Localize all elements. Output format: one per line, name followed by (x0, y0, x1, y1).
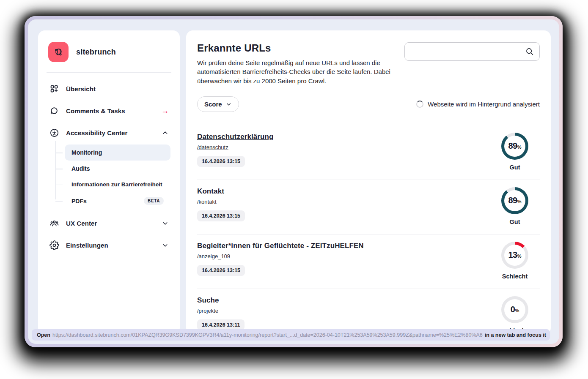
url-path-link[interactable]: /kontakt (197, 199, 245, 205)
submenu-item-label: PDFs (71, 198, 87, 204)
accessibility-submenu: Monitoring Audits Informationen zur Barr… (47, 145, 170, 210)
submenu-item-informationen[interactable]: Informationen zur Barrierefreiheit (65, 177, 170, 192)
gear-icon (49, 240, 59, 250)
sidebar-item-uebersicht[interactable]: Übersicht (47, 78, 170, 100)
sidebar: sitebrunch Übersicht (38, 30, 180, 335)
dashboard-grid-plus-icon (49, 84, 59, 94)
score-value: 0 (511, 305, 515, 314)
search-box (404, 42, 540, 61)
url-path-link[interactable]: /projekte (197, 308, 245, 314)
brand-name: sitebrunch (76, 48, 116, 57)
sidebar-item-ux-center[interactable]: UX Center (47, 212, 170, 234)
url-path-link[interactable]: /anzeige_109 (197, 253, 364, 259)
url-row: Datenschutzerklärung /datenschutz 16.4.2… (197, 125, 540, 180)
submenu-item-label: Audits (71, 165, 90, 172)
url-row: Begleiter*innen für Geflüchtete - ZEITzu… (197, 234, 540, 289)
background-analysis-status: Webseite wird im Hintergrund analysiert (416, 101, 540, 108)
chevron-down-icon (162, 242, 169, 249)
crawl-date-badge: 16.4.2026 13:15 (197, 265, 245, 276)
sidebar-item-einstellungen[interactable]: Einstellungen (47, 234, 170, 256)
sidebar-divider (47, 72, 171, 73)
submenu-item-label: Informationen zur Barrierefreiheit (71, 181, 162, 188)
score-label: Gut (497, 164, 532, 171)
score-ring: 89 % (501, 133, 528, 160)
search-input[interactable] (404, 42, 540, 61)
chevron-down-icon (225, 101, 232, 107)
submenu-item-audits[interactable]: Audits (65, 161, 170, 177)
croissant-logo-icon (48, 42, 69, 62)
sidebar-item-label: Accessibility Center (66, 129, 155, 136)
main-panel: Erkannte URLs Wir prüfen deine Seite reg… (186, 30, 551, 335)
score-value: 13 (508, 250, 517, 260)
submenu-item-pdfs[interactable]: PDFs BETA (65, 192, 170, 210)
sidebar-item-accessibility-center[interactable]: Accessibility Center (47, 122, 170, 144)
sidebar-item-label: Comments & Tasks (66, 107, 154, 115)
page-title: Erkannte URLs (197, 42, 399, 54)
percent-sign: % (515, 308, 519, 313)
crawl-date-badge: 16.4.2026 13:15 (197, 156, 245, 167)
score-ring: 13 % (501, 242, 528, 269)
percent-sign: % (517, 145, 522, 150)
score-value: 89 (508, 196, 517, 205)
sidebar-item-label: Einstellungen (66, 242, 155, 249)
sidebar-item-label: Übersicht (66, 85, 169, 93)
percent-sign: % (517, 254, 522, 259)
score-ring: 89 % (501, 187, 528, 214)
app-window: sitebrunch Übersicht (28, 19, 559, 344)
page-description: Wir prüfen deine Seite regelmäßig auf ne… (197, 58, 399, 85)
people-group-icon (49, 218, 59, 228)
spinner-icon (416, 101, 423, 108)
search-icon[interactable] (525, 47, 534, 56)
crawl-date-badge: 16.4.2026 13:11 (197, 319, 245, 330)
url-title-link[interactable]: Datenschutzerklärung (197, 133, 274, 141)
chevron-up-icon (162, 129, 169, 136)
score-filter-button[interactable]: Score (197, 96, 239, 112)
crawl-date-badge: 16.4.2026 13:15 (197, 210, 245, 221)
url-row: Kontakt /kontakt 16.4.2026 13:15 89 % Gu… (197, 180, 540, 234)
url-path-link[interactable]: /datenschutz (197, 144, 274, 150)
url-title-link[interactable]: Suche (197, 296, 245, 305)
score-label: Gut (497, 218, 532, 225)
score-value: 89 (508, 141, 517, 151)
beta-badge: BETA (144, 197, 164, 205)
url-title-link[interactable]: Begleiter*innen für Geflüchtete - ZEITzu… (197, 242, 364, 250)
percent-sign: % (517, 199, 522, 204)
red-arrow-icon: → (161, 107, 169, 115)
sidebar-item-comments-tasks[interactable]: Comments & Tasks → (47, 100, 170, 122)
submenu-item-label: Monitoring (71, 149, 102, 156)
speech-bubble-icon (49, 106, 59, 116)
background-status-text: Webseite wird im Hintergrund analysiert (428, 101, 540, 108)
url-list: Datenschutzerklärung /datenschutz 16.4.2… (197, 125, 540, 335)
score-filter-label: Score (204, 101, 222, 108)
score-label: Schlecht (497, 273, 532, 280)
submenu-item-monitoring[interactable]: Monitoring (65, 145, 170, 161)
sidebar-item-label: UX Center (66, 220, 155, 227)
accessibility-person-icon (49, 128, 59, 138)
sidebar-nav: Übersicht Comments & Tasks → (47, 78, 170, 256)
brand-logo-row[interactable]: sitebrunch (47, 41, 170, 72)
url-title-link[interactable]: Kontakt (197, 187, 245, 196)
statusbar-prefix: Open (37, 332, 50, 338)
link-preview-statusbar: Open https://dashboard.sitebrunch.com/01… (32, 329, 550, 341)
browser-window: sitebrunch Übersicht (25, 16, 563, 347)
statusbar-url: https://dashboard.sitebrunch.com/01KPAZQ… (52, 332, 483, 338)
score-ring: 0 % (501, 296, 528, 323)
statusbar-suffix: in a new tab and focus it (485, 332, 546, 338)
url-row: Suche /projekte 16.4.2026 13:11 0 % Schl… (197, 289, 540, 335)
chevron-down-icon (162, 220, 169, 227)
